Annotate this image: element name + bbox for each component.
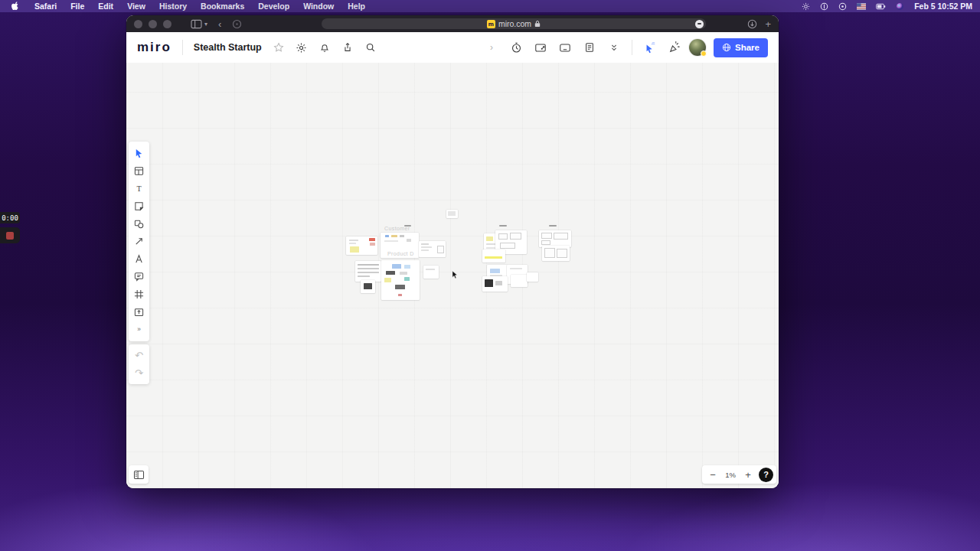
- back-button[interactable]: ‹: [218, 18, 221, 30]
- collaborator-cursors-icon[interactable]: [640, 37, 660, 57]
- user-avatar[interactable]: [689, 39, 706, 56]
- board-frame[interactable]: [539, 230, 571, 247]
- minimize-window-button[interactable]: [149, 20, 157, 28]
- frame-content-block: [486, 247, 495, 249]
- zoom-level[interactable]: 1%: [722, 471, 739, 479]
- zoom-window-button[interactable]: [163, 20, 172, 28]
- menu-bar-clock[interactable]: Feb 5 10:52 PM: [914, 2, 972, 11]
- menu-item-develop[interactable]: Develop: [251, 2, 296, 11]
- reactions-party-icon[interactable]: [665, 37, 684, 57]
- frames-panel-icon: [133, 470, 145, 480]
- display-icon[interactable]: [820, 2, 828, 11]
- shapes-tool[interactable]: [130, 215, 148, 233]
- frame-content-block: [384, 278, 391, 282]
- expand-chevron-icon[interactable]: ›: [482, 37, 501, 57]
- frame-content-block: [490, 269, 500, 273]
- board-frame[interactable]: [419, 241, 446, 257]
- frame-content-block: [510, 268, 522, 269]
- address-url: miro.com: [498, 19, 531, 28]
- board-settings-gear-icon[interactable]: [292, 37, 312, 57]
- battery-icon[interactable]: [876, 3, 886, 10]
- board-frame[interactable]: [527, 272, 538, 282]
- board-title[interactable]: Stealth Startup: [194, 42, 262, 53]
- share-button[interactable]: Share: [714, 38, 768, 57]
- help-button[interactable]: ?: [759, 468, 773, 482]
- frame-content-block: [369, 238, 375, 241]
- keyboard-layout-flag-icon[interactable]: [857, 3, 866, 10]
- frame-content-block: [421, 243, 429, 245]
- timer-icon[interactable]: [506, 37, 526, 57]
- miro-favicon: m: [487, 20, 495, 28]
- board-frame[interactable]: [482, 249, 505, 262]
- notifications-bell-icon[interactable]: [315, 37, 335, 57]
- close-window-button[interactable]: [134, 20, 142, 28]
- frame-content-block: [400, 235, 404, 237]
- frame-content-block: [385, 235, 389, 237]
- menu-item-view[interactable]: View: [120, 2, 152, 11]
- templates-tool[interactable]: [130, 162, 148, 180]
- board-frame[interactable]: [446, 210, 458, 218]
- pen-tool[interactable]: [130, 250, 148, 268]
- menu-item-window[interactable]: Window: [296, 2, 341, 11]
- menu-item-help[interactable]: Help: [341, 2, 372, 11]
- favorite-star-icon[interactable]: [269, 37, 289, 57]
- menu-item-edit[interactable]: Edit: [91, 2, 120, 11]
- safari-toolbar: ▾ ‹ m miro.com +: [126, 15, 779, 32]
- board-frame[interactable]: [542, 246, 570, 261]
- screen-share-icon[interactable]: [531, 37, 550, 57]
- downloads-icon[interactable]: [747, 19, 757, 29]
- board-frame[interactable]: [423, 266, 439, 279]
- connector-tool[interactable]: [130, 233, 148, 250]
- menu-item-file[interactable]: File: [64, 2, 91, 11]
- miro-logo[interactable]: miro: [137, 40, 172, 55]
- frame-wireframe-box: [541, 240, 550, 245]
- menu-item-safari[interactable]: Safari: [28, 2, 64, 11]
- frame-content-block: [398, 294, 402, 296]
- undo-button[interactable]: ↶: [130, 347, 148, 364]
- address-bar[interactable]: m miro.com: [322, 18, 706, 29]
- page-privacy-icon[interactable]: [232, 19, 242, 29]
- sidebar-icon[interactable]: [191, 19, 202, 29]
- keyboard-brightness-icon[interactable]: [802, 2, 810, 11]
- text-tool[interactable]: T: [130, 180, 148, 197]
- menu-item-history[interactable]: History: [152, 2, 194, 11]
- search-icon[interactable]: [361, 37, 381, 57]
- comment-tool[interactable]: [130, 268, 148, 285]
- board-canvas[interactable]: T» ↶↷ − 1% + ? CustomerProduct D: [126, 63, 779, 488]
- record-circle-icon[interactable]: [838, 2, 847, 11]
- board-frame[interactable]: [482, 276, 508, 292]
- notes-icon[interactable]: [580, 37, 599, 57]
- frame-title-dash: [549, 225, 557, 227]
- frames-panel-button[interactable]: [129, 465, 149, 484]
- presentation-icon[interactable]: [555, 37, 575, 57]
- siri-icon[interactable]: [896, 2, 904, 11]
- collapse-double-chevron-icon[interactable]: [604, 37, 624, 57]
- board-frame[interactable]: [355, 261, 381, 282]
- board-frame[interactable]: [511, 275, 528, 287]
- export-icon[interactable]: [338, 37, 358, 57]
- frame-content-block: [386, 271, 395, 275]
- window-controls[interactable]: [134, 20, 172, 28]
- sticky-note-tool[interactable]: [130, 197, 148, 215]
- frame-tool[interactable]: [130, 285, 148, 303]
- app-menu-items: SafariFileEditViewHistoryBookmarksDevelo…: [28, 2, 372, 11]
- redo-button[interactable]: ↷: [130, 364, 148, 382]
- circle-dash-icon[interactable]: [695, 20, 704, 28]
- zoom-in-button[interactable]: +: [740, 467, 756, 482]
- new-tab-icon[interactable]: +: [765, 18, 771, 30]
- zoom-out-button[interactable]: −: [705, 467, 720, 482]
- upload-tool[interactable]: [130, 303, 148, 321]
- select-tool[interactable]: [130, 145, 148, 162]
- sidebar-chevron-icon[interactable]: ▾: [204, 21, 207, 28]
- frame-content-block: [421, 246, 432, 248]
- frame-content-block: [358, 264, 379, 266]
- frame-content-block: [407, 239, 411, 242]
- board-frame[interactable]: [361, 280, 375, 293]
- more-tools-button[interactable]: »: [130, 321, 148, 338]
- board-frame[interactable]: [346, 236, 377, 255]
- stop-recording-button[interactable]: [0, 227, 20, 243]
- frame-title-dash: [404, 225, 411, 227]
- apple-menu-icon[interactable]: [11, 2, 20, 11]
- board-frame[interactable]: [381, 260, 420, 300]
- menu-item-bookmarks[interactable]: Bookmarks: [194, 2, 251, 11]
